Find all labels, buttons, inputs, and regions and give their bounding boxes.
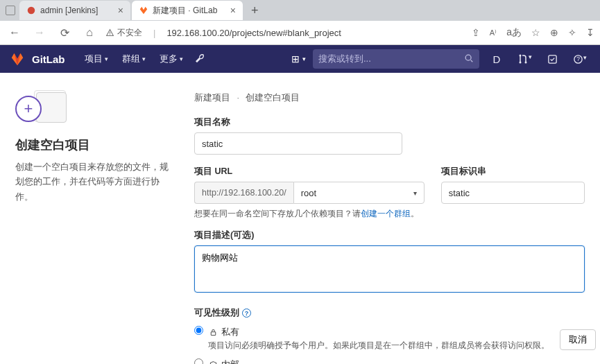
nav-groups[interactable]: 群组▾ bbox=[115, 45, 153, 73]
close-icon[interactable]: × bbox=[118, 5, 123, 16]
reload-button[interactable]: ⟳ bbox=[55, 24, 74, 42]
nav-right: ⊞▾ 搜索或转到... D ▾ ?▾ bbox=[291, 49, 590, 69]
nav-projects-label: 项目 bbox=[85, 53, 103, 65]
issues-icon[interactable]: D bbox=[486, 53, 507, 65]
namespace-hint-text: 想要在同一命名空间下存放几个依赖项目？请 bbox=[194, 209, 361, 218]
create-group-link-text: 创建一个群组 bbox=[361, 209, 411, 218]
svg-point-3 bbox=[465, 55, 471, 60]
namespace-hint: 想要在同一命名空间下存放几个依赖项目？请创建一个群组。 bbox=[194, 208, 425, 220]
nav-more[interactable]: 更多▾ bbox=[153, 45, 190, 73]
form-panel: 新建项目 · 创建空白项目 项目名称 static 项目 URL http://… bbox=[175, 92, 585, 364]
left-panel: + 创建空白项目 创建一个空白项目来存放您的文件，规划您的工作，并在代码等方面进… bbox=[15, 92, 175, 364]
insecure-badge[interactable]: 不安全 bbox=[105, 27, 142, 39]
share-icon[interactable]: ⇪ bbox=[472, 27, 480, 38]
project-url-group: http://192.168.100.20/ root ▾ bbox=[194, 182, 425, 204]
lock-icon bbox=[209, 328, 218, 337]
forward-button[interactable]: → bbox=[31, 24, 49, 42]
gitlab-navbar: GitLab 项目▾ 群组▾ 更多▾ ⊞▾ 搜索或转到... D ▾ ?▾ bbox=[0, 45, 600, 73]
left-desc: 创建一个空白项目来存放您的文件，规划您的工作，并在代码等方面进行协作。 bbox=[15, 160, 175, 205]
breadcrumb-blank-project: 创建空白项目 bbox=[246, 93, 300, 103]
blank-project-icon: + bbox=[15, 94, 175, 124]
search-placeholder: 搜索或转到... bbox=[318, 53, 371, 65]
browser-chrome: admin [Jenkins] × 新建项目 · GitLab × + ← → … bbox=[0, 0, 600, 45]
project-slug-value: static bbox=[449, 188, 470, 198]
home-button[interactable]: ⌂ bbox=[80, 24, 98, 42]
svg-rect-1 bbox=[110, 31, 110, 33]
project-slug-input[interactable]: static bbox=[441, 182, 585, 204]
breadcrumb-sep: · bbox=[237, 93, 239, 103]
merge-requests-icon[interactable]: ▾ bbox=[514, 53, 535, 64]
window-list-icon[interactable] bbox=[6, 6, 15, 15]
nav-more-label: 更多 bbox=[160, 53, 178, 65]
svg-line-4 bbox=[471, 60, 473, 62]
chevron-down-icon: ▾ bbox=[142, 55, 146, 62]
svg-text:?: ? bbox=[576, 55, 580, 62]
radio-internal[interactable] bbox=[194, 358, 203, 364]
chevron-down-icon: ▾ bbox=[413, 189, 417, 197]
jenkins-favicon-icon bbox=[26, 6, 36, 15]
plus-circle-icon: + bbox=[15, 96, 42, 122]
url-text: 192.168.100.20/projects/new#blank_projec… bbox=[166, 28, 341, 38]
url-prefix: http://192.168.100.20/ bbox=[194, 182, 293, 204]
create-group-link[interactable]: 创建一个群组 bbox=[361, 209, 411, 218]
nav-groups-label: 群组 bbox=[122, 53, 140, 65]
breadcrumb-new-project[interactable]: 新建项目 bbox=[194, 93, 230, 103]
search-icon bbox=[464, 53, 474, 65]
svg-rect-11 bbox=[211, 331, 216, 335]
help-icon[interactable]: ?▾ bbox=[569, 54, 590, 64]
address-bar-row: ← → ⟳ ⌂ 不安全 | 192.168.100.20/projects/ne… bbox=[0, 21, 600, 44]
gitlab-favicon-icon bbox=[139, 6, 148, 15]
divider: | bbox=[153, 28, 155, 38]
todos-icon[interactable] bbox=[542, 54, 563, 64]
left-title: 创建空白项目 bbox=[15, 137, 175, 153]
insecure-text: 不安全 bbox=[117, 27, 142, 39]
visibility-label-text: 可见性级别 bbox=[194, 307, 239, 319]
private-desc: 项目访问必须明确授予每个用户。如果此项目是在一个群组中，群组成员将会获得访问权限… bbox=[208, 340, 585, 352]
browser-tabs: admin [Jenkins] × 新建项目 · GitLab × + bbox=[0, 0, 600, 21]
address-bar[interactable]: 不安全 | 192.168.100.20/projects/new#blank_… bbox=[105, 24, 465, 42]
page-content: + 创建空白项目 创建一个空白项目来存放您的文件，规划您的工作，并在代码等方面进… bbox=[0, 73, 600, 364]
shield-icon bbox=[209, 361, 218, 365]
nav-projects[interactable]: 项目▾ bbox=[78, 45, 115, 73]
chevron-down-icon: ▾ bbox=[302, 55, 306, 62]
svg-rect-2 bbox=[110, 34, 110, 35]
back-button[interactable]: ← bbox=[6, 24, 24, 42]
project-name-value: static bbox=[202, 139, 223, 149]
visibility-internal[interactable]: 内部 除外部用户外，任何登录用户均可访问该项目。 bbox=[194, 358, 585, 364]
chevron-down-icon: ▾ bbox=[105, 55, 108, 62]
visibility-label: 可见性级别 ? bbox=[194, 307, 585, 319]
admin-wrench-icon[interactable] bbox=[194, 53, 205, 66]
project-desc-label: 项目描述(可选) bbox=[194, 229, 585, 241]
favorite-icon[interactable]: ☆ bbox=[531, 27, 540, 38]
nav-menu: 项目▾ 群组▾ 更多▾ bbox=[78, 45, 205, 73]
extensions-icon[interactable]: ✧ bbox=[568, 27, 576, 38]
project-name-input[interactable]: static bbox=[194, 132, 402, 155]
tab-title: 新建项目 · GitLab bbox=[153, 5, 217, 17]
readaloud-icon[interactable]: A⁾ bbox=[490, 28, 497, 37]
translate-icon[interactable]: aあ bbox=[506, 26, 522, 39]
tab-title: admin [Jenkins] bbox=[40, 6, 98, 15]
namespace-value: root bbox=[301, 188, 316, 198]
help-icon[interactable]: ? bbox=[242, 309, 251, 318]
tab-gitlab[interactable]: 新建项目 · GitLab × bbox=[132, 1, 243, 20]
visibility-private[interactable]: 私有 项目访问必须明确授予每个用户。如果此项目是在一个群组中，群组成员将会获得访… bbox=[194, 326, 585, 352]
gitlab-logo-icon[interactable] bbox=[10, 51, 25, 67]
chrome-right-icons: ⇪ A⁾ aあ ☆ ⊕ ✧ ↧ bbox=[472, 26, 594, 39]
new-tab-button[interactable]: + bbox=[244, 3, 266, 18]
svg-point-0 bbox=[28, 7, 35, 15]
project-name-label: 项目名称 bbox=[194, 116, 585, 128]
namespace-select[interactable]: root ▾ bbox=[293, 182, 425, 204]
svg-point-7 bbox=[524, 62, 526, 64]
nav-search[interactable]: 搜索或转到... bbox=[313, 49, 479, 69]
gitlab-brand[interactable]: GitLab bbox=[32, 53, 65, 65]
cancel-button[interactable]: 取消 bbox=[560, 329, 596, 350]
collections-icon[interactable]: ⊕ bbox=[550, 27, 558, 38]
warning-icon bbox=[105, 28, 114, 37]
close-icon[interactable]: × bbox=[230, 5, 236, 16]
tab-jenkins[interactable]: admin [Jenkins] × bbox=[19, 1, 130, 20]
plus-icon: ⊞ bbox=[291, 53, 300, 64]
nav-new-dropdown[interactable]: ⊞▾ bbox=[291, 53, 306, 64]
downloads-icon[interactable]: ↧ bbox=[586, 27, 594, 38]
project-desc-textarea[interactable]: 购物网站 bbox=[194, 245, 585, 293]
radio-private[interactable] bbox=[194, 326, 203, 335]
